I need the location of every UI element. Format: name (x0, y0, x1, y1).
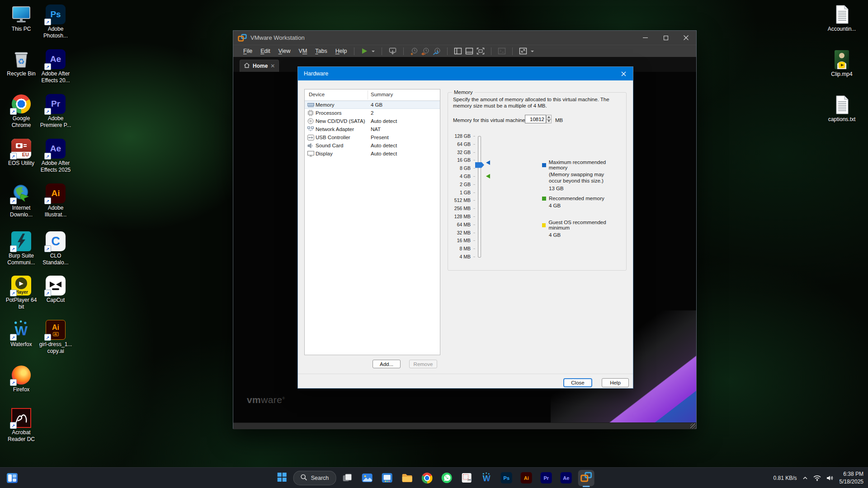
toolbar-separator (512, 47, 513, 55)
tray-date: 5/18/2025 (840, 478, 863, 485)
thumbnail-bar-icon[interactable] (464, 47, 475, 55)
shortcut-arrow-icon: ↗ (10, 153, 17, 160)
desktop-icon-eos-utility[interactable]: EU↗EOS Utility (4, 139, 39, 167)
menu-tabs[interactable]: Tabs (311, 48, 331, 54)
close-dialog-button[interactable]: Close (563, 378, 592, 387)
add-button[interactable]: Add... (373, 360, 401, 368)
dialog-titlebar[interactable]: Hardware (298, 67, 633, 80)
desktop-icon-adobe-photoshop[interactable]: Ps↗Adobe Photosh... (38, 5, 73, 39)
spinner-up-button[interactable] (546, 115, 552, 119)
device-row-display[interactable]: DisplayAuto detect (305, 150, 440, 158)
taskbar-app-stacked-windows[interactable] (337, 468, 357, 488)
menu-help[interactable]: Help (331, 48, 351, 54)
tab-close-icon[interactable]: ✕ (270, 63, 275, 69)
home-icon (244, 62, 250, 70)
scale-label: 1 GB (447, 190, 471, 195)
start-vm-icon[interactable] (359, 47, 369, 55)
desktop-icon-waterfox[interactable]: W↗Waterfox (4, 320, 39, 348)
tab-home[interactable]: Home ✕ (240, 60, 279, 72)
wifi-icon[interactable] (813, 475, 821, 481)
desktop-icon-google-chrome[interactable]: ↗Google Chrome (4, 94, 39, 128)
scale-label: 16 MB (447, 238, 471, 243)
stretch-guest-icon[interactable] (518, 47, 528, 55)
taskbar-app-whatsapp[interactable] (437, 468, 457, 488)
taskbar-app-premiere[interactable]: Pr (536, 468, 556, 488)
shortcut-arrow-icon: ↗ (10, 245, 17, 252)
toolbar-group (451, 47, 488, 56)
device-name: Processors (316, 110, 342, 116)
desktop-icon-adobe-premiere[interactable]: Pr↗Adobe Premiere P... (38, 94, 73, 128)
desktop-icon-clo-standalone[interactable]: C↗CLO Standalo... (38, 231, 73, 266)
desktop-icon-adobe-after-effects-2025[interactable]: Ae↗Adobe After Effects 2025 (38, 139, 73, 173)
desktop-icon-potplayer[interactable]: ▶Player↗PotPlayer 64 bit (4, 276, 39, 310)
search-box[interactable]: Search (293, 471, 336, 485)
taskbar-app-screenshot-tool[interactable] (377, 468, 397, 488)
sendkeys-icon[interactable] (387, 47, 398, 55)
tray-chevron-up-icon[interactable] (802, 476, 808, 480)
device-summary: NAT (371, 127, 381, 132)
taskbar-app-after-effects[interactable]: Ae (556, 468, 576, 488)
desktop-icon-burp-suite[interactable]: ↗Burp Suite Communi... (4, 231, 39, 266)
desktop-icon-acrobat-reader[interactable]: ↗Acrobat Reader DC (4, 408, 39, 442)
menu-vm[interactable]: VM (295, 48, 311, 54)
legend-item: Maximum recommended memory(Memory swappi… (542, 160, 623, 191)
desktop-icon-adobe-illustrator[interactable]: Ai↗Adobe Illustrat... (38, 183, 73, 218)
device-row-sound-card[interactable]: Sound CardAuto detect (305, 141, 440, 150)
desktop-icon-adobe-after-effects-20[interactable]: Ae↗Adobe After Effects 20... (38, 49, 73, 84)
legend-label: Maximum recommended memory (549, 160, 623, 170)
library-panel-icon[interactable] (453, 47, 463, 55)
dialog-footer-divider (298, 374, 633, 374)
device-row-network-adapter[interactable]: Network AdapterNAT (305, 125, 440, 133)
clock[interactable]: 6:38 PM 5/18/2025 (840, 470, 863, 485)
desktop-icon-girl-dress-ai[interactable]: AiAI↗girl-dress_1... copy.ai (38, 320, 73, 354)
console-view-icon[interactable] (496, 47, 507, 55)
desktop-icon-accounting-doc[interactable]: Accountin... (824, 5, 859, 33)
taskbar-app-chrome[interactable] (417, 468, 437, 488)
desktop-icon-captions-txt[interactable]: captions.txt (824, 95, 859, 123)
vmware-icon (580, 472, 592, 484)
desktop-icon-firefox[interactable]: ↗Firefox (4, 365, 39, 393)
scale-tick (473, 208, 475, 209)
taskbar-app-file-explorer[interactable] (397, 468, 417, 488)
caret-down-icon[interactable] (529, 47, 536, 55)
snapshot-revert-icon[interactable] (420, 47, 431, 55)
start-button[interactable] (272, 468, 292, 488)
help-button[interactable]: Help (602, 378, 629, 387)
spinner-down-button[interactable] (546, 119, 552, 124)
taskbar-app-illustrator[interactable]: Ai (516, 468, 536, 488)
taskbar-app-vmware[interactable] (576, 468, 596, 488)
window-titlebar[interactable]: VMware Workstation (233, 31, 696, 45)
memory-value-input[interactable] (525, 115, 546, 123)
menu-edit[interactable]: Edit (256, 48, 274, 54)
resize-grip[interactable] (690, 423, 696, 429)
snapshot-manage-icon[interactable] (431, 47, 442, 55)
desktop-icon-capcut[interactable]: ↗CapCut (38, 276, 73, 304)
maximize-button[interactable] (656, 31, 676, 45)
taskbar-app-photoshop[interactable]: Ps (496, 468, 516, 488)
desktop-icon-internet-download-manager[interactable]: ↗Internet Downlo... (4, 183, 39, 218)
device-row-new-cd-dvd-sata-[interactable]: New CD/DVD (SATA)Auto detect (305, 117, 440, 125)
taskbar-app-snipping-tool[interactable]: ✂ (457, 468, 476, 488)
remove-button[interactable]: Remove (409, 360, 437, 368)
dialog-close-icon[interactable] (614, 67, 633, 80)
minimize-button[interactable] (635, 31, 656, 45)
memory-slider-track[interactable] (478, 136, 481, 258)
widgets-icon[interactable] (6, 472, 18, 484)
desktop-icon-clip-mp4[interactable]: Clip.mp4 (824, 50, 859, 78)
snapshot-take-icon[interactable] (409, 47, 420, 55)
taskbar-app-photos[interactable] (357, 468, 377, 488)
desktop-icon-this-pc[interactable]: This PC (4, 5, 39, 33)
caret-down-icon[interactable] (370, 47, 377, 55)
desktop-icon-recycle-bin[interactable]: ♻Recycle Bin (4, 49, 39, 77)
menu-view[interactable]: View (274, 48, 295, 54)
desktop-icon-label: Accountin... (828, 26, 856, 33)
menu-file[interactable]: File (239, 48, 256, 54)
close-button[interactable] (676, 31, 696, 45)
fullscreen-icon[interactable] (475, 47, 486, 55)
toolbar-group (358, 47, 378, 56)
device-row-memory[interactable]: Memory4 GB (305, 101, 440, 109)
taskbar-app-waterfox[interactable]: W (476, 468, 496, 488)
device-row-processors[interactable]: Processors2 (305, 109, 440, 117)
speaker-icon[interactable] (826, 475, 834, 481)
device-row-usb-controller[interactable]: USB ControllerPresent (305, 133, 440, 141)
